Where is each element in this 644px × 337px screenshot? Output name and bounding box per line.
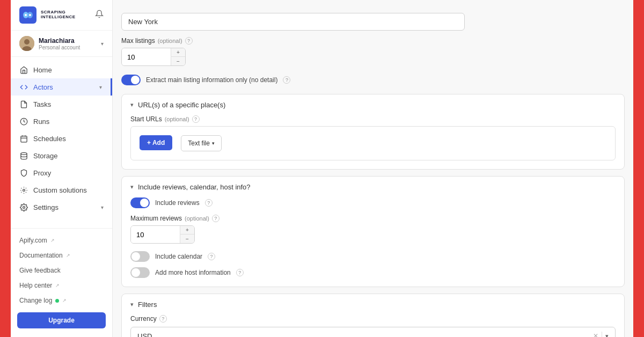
- filters-section-header[interactable]: ▾ Filters: [122, 294, 624, 315]
- user-info: Mariachiara Personal account: [39, 37, 97, 50]
- sidebar-item-schedules[interactable]: Schedules: [11, 130, 112, 147]
- currency-select[interactable]: USD ✕ ▾: [130, 327, 616, 337]
- location-input[interactable]: [121, 13, 465, 31]
- include-calendar-toggle[interactable]: [130, 251, 150, 262]
- include-calendar-knob: [131, 252, 140, 261]
- include-calendar-info-icon[interactable]: ?: [208, 253, 215, 260]
- sidebar-item-custom-solutions[interactable]: Custom solutions: [11, 181, 112, 199]
- sidebar-header: SCRAPING INTELLIGENCE: [11, 0, 112, 31]
- url-section-title: URL(s) of a specific place(s): [138, 101, 225, 109]
- max-listings-decrement[interactable]: −: [171, 57, 185, 65]
- custom-solutions-icon: [19, 186, 28, 194]
- sidebar-item-tasks-label: Tasks: [33, 100, 51, 108]
- extract-toggle[interactable]: [121, 75, 141, 85]
- include-reviews-label: Include reviews: [155, 199, 200, 207]
- sidebar-item-storage-label: Storage: [33, 152, 58, 160]
- start-urls-info-icon[interactable]: ?: [192, 115, 200, 123]
- svg-point-13: [20, 152, 26, 155]
- svg-rect-9: [20, 136, 26, 142]
- max-listings-section: Max listings (optional) ? + −: [113, 31, 633, 66]
- max-listings-group: Max listings (optional) ? + −: [121, 37, 465, 66]
- sidebar-bottom: Apify.com ↗ Documentation ↗ Give feedbac…: [11, 228, 112, 337]
- text-file-button[interactable]: Text file ▾: [181, 135, 222, 151]
- url-section-card: ▾ URL(s) of a specific place(s) Start UR…: [121, 94, 625, 170]
- sidebar-item-runs[interactable]: Runs: [11, 113, 112, 130]
- extract-toggle-row: Extract main listing information only (n…: [113, 75, 633, 85]
- include-calendar-label: Include calendar: [155, 253, 202, 260]
- sidebar-item-settings[interactable]: Settings ▾: [11, 199, 112, 216]
- add-host-info-icon[interactable]: ?: [236, 269, 244, 276]
- home-icon: [19, 65, 28, 74]
- extract-toggle-knob: [131, 76, 140, 84]
- max-listings-controls: + −: [171, 48, 185, 65]
- sidebar-item-runs-label: Runs: [33, 118, 49, 126]
- logo-text: SCRAPING INTELLIGENCE: [41, 10, 76, 20]
- svg-point-4: [29, 14, 31, 16]
- extract-info-icon[interactable]: ?: [283, 76, 290, 84]
- user-role: Personal account: [39, 45, 97, 50]
- reviews-section-chevron-icon: ▾: [130, 184, 134, 191]
- documentation-link[interactable]: Documentation ↗: [11, 248, 112, 263]
- runs-icon: [19, 117, 28, 126]
- max-reviews-controls: + −: [180, 226, 194, 243]
- sidebar-item-tasks[interactable]: Tasks: [11, 96, 112, 113]
- settings-icon: [19, 203, 28, 211]
- sidebar-item-home[interactable]: Home: [11, 61, 112, 78]
- nav-section: Home Actors ▾ Tasks Runs: [11, 57, 112, 228]
- max-listings-increment[interactable]: +: [171, 48, 185, 57]
- bell-icon[interactable]: [95, 10, 104, 20]
- sidebar-item-actors-label: Actors: [33, 83, 53, 91]
- include-reviews-knob: [140, 199, 149, 207]
- include-reviews-toggle[interactable]: [130, 197, 150, 208]
- user-area[interactable]: Mariachiara Personal account ▾: [11, 31, 112, 57]
- currency-dropdown-icon[interactable]: ▾: [605, 333, 609, 338]
- currency-info-icon[interactable]: ?: [159, 315, 167, 323]
- change-log-link[interactable]: Change log ↗: [11, 293, 112, 308]
- storage-icon: [19, 151, 28, 160]
- max-listings-stepper: + −: [121, 48, 186, 66]
- logo-area[interactable]: SCRAPING INTELLIGENCE: [19, 6, 76, 24]
- give-feedback-link[interactable]: Give feedback: [11, 263, 112, 278]
- add-host-toggle[interactable]: [130, 267, 150, 278]
- currency-value: USD: [137, 332, 152, 338]
- right-decorative-bar: [633, 0, 644, 337]
- avatar: [19, 36, 34, 51]
- sidebar-item-proxy[interactable]: Proxy: [11, 164, 112, 181]
- filters-section-body: Currency ? USD ✕ ▾ Minimum price (option…: [122, 315, 624, 337]
- help-center-link[interactable]: Help center ↗: [11, 278, 112, 293]
- sidebar-item-settings-label: Settings: [33, 203, 58, 211]
- change-log-dot: [55, 299, 59, 303]
- filters-section-title: Filters: [138, 301, 157, 309]
- max-reviews-input[interactable]: [131, 226, 180, 243]
- max-reviews-info-icon[interactable]: ?: [212, 215, 219, 222]
- add-url-button[interactable]: + Add: [140, 135, 172, 150]
- max-listings-info-icon[interactable]: ?: [185, 37, 193, 45]
- add-host-label: Add more host information: [155, 269, 231, 276]
- sidebar-item-actors[interactable]: Actors ▾: [11, 78, 112, 96]
- max-reviews-decrement[interactable]: −: [180, 235, 194, 243]
- location-input-row: [113, 6, 633, 31]
- actors-chevron-icon: ▾: [99, 84, 102, 90]
- upgrade-button[interactable]: Upgrade: [17, 312, 106, 328]
- include-reviews-info-icon[interactable]: ?: [205, 199, 213, 207]
- extract-toggle-label: Extract main listing information only (n…: [146, 76, 277, 84]
- apify-link[interactable]: Apify.com ↗: [11, 233, 112, 248]
- text-file-chevron-icon: ▾: [212, 141, 215, 146]
- url-input-area: + Add Text file ▾: [130, 126, 616, 160]
- max-reviews-increment[interactable]: +: [180, 226, 194, 235]
- actors-icon: [19, 83, 28, 91]
- sidebar-item-storage[interactable]: Storage: [11, 147, 112, 164]
- add-host-row: Add more host information ?: [130, 267, 616, 278]
- svg-point-6: [24, 39, 30, 45]
- select-divider: [602, 332, 602, 337]
- currency-clear-icon[interactable]: ✕: [593, 332, 598, 337]
- user-name: Mariachiara: [39, 37, 97, 45]
- reviews-section-header[interactable]: ▾ Include reviews, calendar, host info?: [122, 177, 624, 197]
- url-section-header[interactable]: ▾ URL(s) of a specific place(s): [122, 94, 624, 115]
- documentation-label: Documentation: [19, 252, 63, 259]
- start-urls-label: Start URLs (optional) ?: [130, 115, 616, 123]
- sidebar-item-proxy-label: Proxy: [33, 169, 51, 177]
- external-link-icon-4: ↗: [62, 298, 67, 303]
- include-reviews-row: Include reviews ?: [130, 197, 616, 208]
- max-listings-input[interactable]: [122, 48, 171, 65]
